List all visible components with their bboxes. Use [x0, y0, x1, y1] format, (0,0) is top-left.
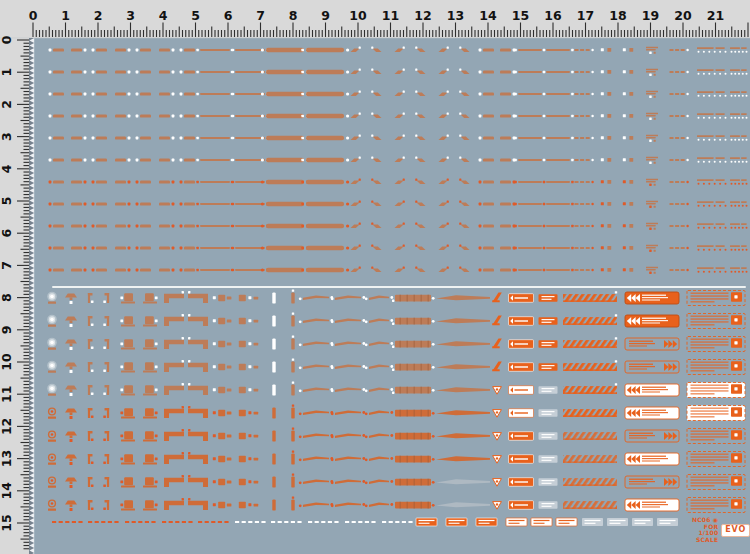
svg-text:13: 13	[447, 8, 464, 23]
svg-text:14: 14	[0, 482, 14, 500]
svg-text:9: 9	[0, 325, 14, 334]
svg-text:4: 4	[159, 8, 168, 23]
sheet-background	[0, 0, 750, 554]
section-divider	[52, 286, 746, 288]
svg-text:3: 3	[126, 8, 135, 23]
svg-text:6: 6	[224, 8, 233, 23]
svg-text:1: 1	[0, 68, 14, 77]
svg-text:12: 12	[414, 8, 431, 23]
svg-text:11: 11	[382, 8, 399, 23]
svg-text:10: 10	[0, 353, 14, 371]
svg-text:7: 7	[0, 261, 14, 270]
svg-text:9: 9	[321, 8, 330, 23]
svg-text:6: 6	[0, 229, 14, 238]
svg-text:3: 3	[0, 132, 14, 141]
svg-text:15: 15	[512, 8, 529, 23]
svg-text:15: 15	[0, 514, 14, 531]
product-code-line2: 1/100 SCALE	[685, 530, 718, 543]
svg-text:19: 19	[642, 8, 659, 23]
svg-text:5: 5	[0, 197, 14, 206]
svg-text:5: 5	[191, 8, 200, 23]
svg-text:4: 4	[0, 164, 14, 173]
svg-text:16: 16	[544, 8, 562, 23]
brand-logo-text: EVO	[725, 525, 746, 534]
brand-logo: EVO	[721, 524, 750, 537]
svg-text:10: 10	[349, 8, 367, 23]
decal-sheet-product-image: 0123456789101112131415161718192021012345…	[0, 0, 750, 554]
svg-text:21: 21	[707, 8, 724, 23]
svg-text:7: 7	[256, 8, 265, 23]
svg-text:8: 8	[289, 8, 298, 23]
svg-text:2: 2	[0, 100, 14, 109]
svg-text:11: 11	[0, 385, 14, 402]
svg-text:14: 14	[479, 8, 497, 23]
svg-text:2: 2	[94, 8, 103, 23]
svg-text:20: 20	[674, 8, 692, 23]
svg-text:1: 1	[61, 8, 70, 23]
decal-sheet-graphic: 0123456789101112131415161718192021012345…	[0, 0, 750, 554]
svg-text:12: 12	[0, 418, 14, 435]
svg-text:0: 0	[29, 8, 38, 23]
product-code-mark: NC06 ◉ FOR 1/100 SCALE EVO	[685, 517, 750, 543]
svg-text:18: 18	[609, 8, 626, 23]
svg-text:8: 8	[0, 293, 14, 302]
svg-text:17: 17	[577, 8, 594, 23]
svg-text:13: 13	[0, 450, 14, 467]
product-code: NC06 ◉ FOR 1/100 SCALE	[685, 517, 718, 543]
svg-text:0: 0	[0, 35, 14, 44]
